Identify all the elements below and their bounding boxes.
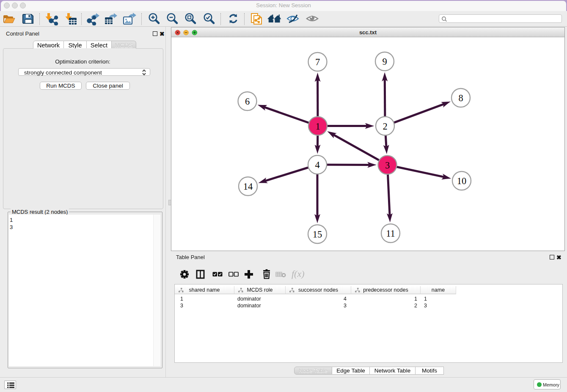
svg-text:11: 11 <box>386 228 395 239</box>
svg-text:15: 15 <box>313 229 322 240</box>
svg-text:14: 14 <box>243 181 253 192</box>
svg-text:7: 7 <box>315 57 320 67</box>
svg-text:4: 4 <box>315 160 319 170</box>
svg-text:3: 3 <box>385 160 390 171</box>
svg-text:1: 1 <box>315 121 320 132</box>
svg-text:6: 6 <box>245 96 250 107</box>
svg-text:8: 8 <box>458 93 463 103</box>
svg-text:10: 10 <box>457 176 467 186</box>
svg-text:2: 2 <box>383 121 387 132</box>
svg-text:9: 9 <box>382 56 387 67</box>
